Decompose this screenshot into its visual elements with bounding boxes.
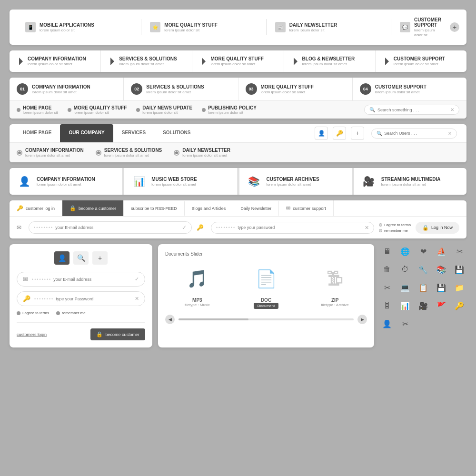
lw-password-input[interactable] xyxy=(56,297,132,301)
nav6-tab-label: customer support xyxy=(293,206,326,211)
nav1-item-icon: 💬 xyxy=(400,22,410,32)
nav5-item-sub: lorem ipsum dolor sit amet xyxy=(151,182,196,187)
nav3-item[interactable]: 04 CUSTOMER SUPPORT lorem ipsum dolor si… xyxy=(353,78,466,100)
nav5-item-title: CUSTOMER ARCHIVES xyxy=(267,177,319,182)
lw-agree-option[interactable]: I agree to terms xyxy=(17,311,49,315)
nav3-bottom-dot xyxy=(68,108,71,112)
ds-item[interactable]: 📄 DOC Document xyxy=(234,262,298,309)
nav6-email-input[interactable] xyxy=(55,225,179,230)
nav4-add-icon-btn[interactable]: + xyxy=(351,127,364,140)
pass-clear-icon[interactable]: ✕ xyxy=(365,225,369,231)
nav1-item[interactable]: 💬 CUSTOMER SUPPORT lorem ipsum dolor sit xyxy=(391,14,450,40)
nav3-bottom-title: PUBLISHING POLICY xyxy=(208,105,257,110)
nav5-item-icon: 🎥 xyxy=(361,174,377,189)
nav6-tab-icon: 🔒 xyxy=(69,205,76,211)
nav6-agree-option[interactable]: I agree to terms xyxy=(379,223,411,227)
lw-tab-search[interactable]: 🔍 xyxy=(73,251,89,265)
ds-item-label: Document xyxy=(254,303,278,309)
ds-item[interactable]: 🎵 MP3 filetype : Music xyxy=(165,262,229,309)
nav4-tab-solutions[interactable]: SOLUTIONS xyxy=(154,124,199,142)
nav4-tab-our-company[interactable]: OUR COMPANY xyxy=(60,124,113,142)
lw-tab-user[interactable]: 👤 xyxy=(54,251,69,265)
nav6-tab-become-a-customer[interactable]: 🔒 become a customer xyxy=(62,200,124,216)
nav6-tab-icon: ✉ xyxy=(286,205,290,211)
nav2-item[interactable]: COMPANY INFORMATION lorem ipsum dolor si… xyxy=(10,50,101,72)
nav1-item-title: CUSTOMER SUPPORT xyxy=(414,17,441,28)
search-clear-icon[interactable]: ✕ xyxy=(450,107,454,112)
ds-next-button[interactable]: ▶ xyxy=(357,315,367,324)
nav6-tab-blogs-and-articles[interactable]: Blogs and Articles xyxy=(185,201,234,216)
nav5-item[interactable]: 📚 CUSTOMER ARCHIVES lorem ipsum dolor si… xyxy=(239,168,352,195)
nav6-tab-subscribe-to-rss-feed[interactable]: subscribe to RSS-FEED xyxy=(124,201,185,216)
nav6-tab-label: become a customer xyxy=(79,206,116,211)
nav4-tab-home-page[interactable]: HOME PAGE xyxy=(14,124,60,142)
nav3-bottom-item[interactable]: DAILY NEWS UPDATE lorem ipsum dolor sit xyxy=(136,105,192,115)
nav2-item[interactable]: MORE QUALITY STUFF lorem ipsum dolor sit… xyxy=(192,50,284,72)
lw-remember-option[interactable]: remember me xyxy=(56,311,86,315)
lw-email-input[interactable] xyxy=(53,277,132,282)
nav5-item[interactable]: 👤 COMPANY INFORMATION lorem ipsum dolor … xyxy=(10,168,122,195)
nav6-remember-option[interactable]: remember me xyxy=(379,228,411,233)
nav3-item[interactable]: 01 COMPANY INFORMATION lorem ipsum dolor… xyxy=(10,78,124,100)
nav3-bottom-item[interactable]: PUBLISHING POLICY lorem ipsum dolor sit xyxy=(202,105,257,115)
grid-icon-16: 📊 xyxy=(398,298,412,313)
nav4-search-box[interactable]: 🔍 ✕ xyxy=(371,129,457,139)
nav6-email-field[interactable]: •••••••• ✓ xyxy=(29,221,192,234)
become-btn-label: become customer xyxy=(105,332,139,337)
nav4-search-clear[interactable]: ✕ xyxy=(448,131,452,136)
nav2-item[interactable]: SERVICES & SOLUTIONS lorem ipsum dolor s… xyxy=(101,50,192,72)
nav2-item-title: SERVICES & SOLUTIONS xyxy=(119,56,177,61)
docs-slider: Documents Slider 🎵 MP3 filetype : Music … xyxy=(158,244,374,347)
nav5-item[interactable]: 📊 MUSIC WEB STORE lorem ipsum dolor sit … xyxy=(124,168,237,195)
ds-prev-button[interactable]: ◀ xyxy=(165,315,175,324)
nav4-bottom-item[interactable]: SERVICES & SOLUTIONS lorem ipsum dolor s… xyxy=(96,148,162,158)
navbar-4: HOME PAGEOUR COMPANYSERVICESSOLUTIONS 👤 … xyxy=(10,124,466,162)
lw-agree-label: I agree to terms xyxy=(22,311,49,315)
nav4-user-icon-btn[interactable]: 👤 xyxy=(315,127,328,140)
nav3-search-box[interactable]: 🔍 ✕ xyxy=(364,105,459,115)
remember-label: remember me xyxy=(384,228,408,233)
nav2-item[interactable]: BLOG & NEWSLETTER lorem ipsum dolor sit … xyxy=(284,50,376,72)
lw-customers-login-button[interactable]: customers login xyxy=(17,332,47,337)
nav1-item[interactable]: 📱 MOBILE APPLICATIONS lorem ipsum dolor … xyxy=(17,19,141,35)
nav3-item[interactable]: 02 SERVICES & SOLUTIONS lorem ipsum dolo… xyxy=(124,78,238,100)
nav2-arrow xyxy=(202,58,206,65)
lw-tab-add[interactable]: + xyxy=(92,251,108,265)
ds-item-label: filetype : Archive xyxy=(321,303,349,307)
nav4-tab-services[interactable]: SERVICES xyxy=(113,124,154,142)
lw-become-customer-button[interactable]: 🔒 become customer xyxy=(90,328,145,340)
nav4-bottom-item[interactable]: COMPANY INFORMATION lorem ipsum dolor si… xyxy=(17,148,84,158)
icons-grid: 🖥🌐❤⛵✂🗑⏱🔧📚💾✂💻📋💾📁🎛📊🎥🚩🔑👤✂ xyxy=(380,244,466,347)
navbar-3: 01 COMPANY INFORMATION lorem ipsum dolor… xyxy=(10,78,466,119)
nav3-bottom-sub: lorem ipsum dolor sit xyxy=(142,110,178,115)
nav2-item[interactable]: CUSTOMER SUPPORT lorem ipsum dolor sit a… xyxy=(376,50,466,72)
nav3-bottom-item[interactable]: MORE QUALITY STUFF lorem ipsum dolor sit xyxy=(68,105,127,115)
nav4-search-input[interactable] xyxy=(384,131,448,136)
nav1-item[interactable]: ⭐ MORE QUALITY STUFF lorem ipsum dolor s… xyxy=(141,19,266,35)
nav3-bottom-sub: lorem ipsum dolor sit xyxy=(208,110,243,115)
grid-icon-5: 🗑 xyxy=(380,262,394,277)
nav4-key-icon-btn[interactable]: 🔑 xyxy=(333,127,346,140)
lw-password-field[interactable]: 🔑 •••••••• ✕ xyxy=(17,291,145,306)
ds-item[interactable]: 🗜 ZIP filetype : Archive xyxy=(303,262,367,309)
nav6-login-button[interactable]: 🔒 Log in Now xyxy=(416,222,459,234)
lw-footer: customers login 🔒 become customer xyxy=(17,322,145,340)
nav3-item[interactable]: 03 MORE QUALITY STUFF lorem ipsum dolor … xyxy=(238,78,353,100)
nav5-item[interactable]: 🎥 STREAMING MULTIMEDIA lorem ipsum dolor… xyxy=(354,168,466,195)
grid-icon-20: 👤 xyxy=(380,317,394,331)
lw-email-field[interactable]: ✉ •••••••• ✓ xyxy=(17,272,145,287)
nav6-tab-customer-support[interactable]: ✉ customer support xyxy=(279,200,334,216)
nav3-bottom-title: HOME PAGE xyxy=(23,105,51,110)
nav6-tab-customer-log-in[interactable]: 🔑 customer log in xyxy=(10,200,62,216)
nav1-item[interactable]: 📰 DAILY NEWSLETTER lorem ipsum dolor sit xyxy=(267,19,391,35)
nav6-tab-daily-newsletter[interactable]: Daily Newsletter xyxy=(233,201,279,216)
nav5-item-icon: 📚 xyxy=(247,174,262,189)
nav4-bottom-item[interactable]: DAILY NEWSLETTER lorem ipsum dolor sit a… xyxy=(174,148,230,158)
nav6-password-field[interactable]: •••••••• ✕ xyxy=(211,222,374,234)
nav3-search-input[interactable] xyxy=(377,108,450,112)
nav3-bottom-item[interactable]: HOME PAGE lorem ipsum dolor sit xyxy=(17,105,58,115)
navbar-5: 👤 COMPANY INFORMATION lorem ipsum dolor … xyxy=(10,168,466,195)
lw-pass-clear[interactable]: ✕ xyxy=(135,296,139,302)
nav1-add-button[interactable]: + xyxy=(450,22,459,32)
nav6-password-input[interactable] xyxy=(238,225,362,230)
